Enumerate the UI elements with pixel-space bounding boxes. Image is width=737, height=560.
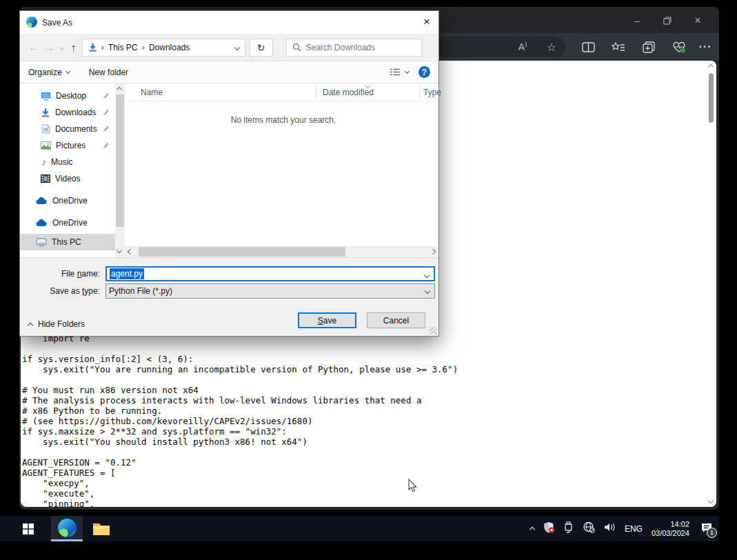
edge-logo-icon xyxy=(58,519,77,537)
save-type-label: Save as type: xyxy=(20,286,100,296)
sidebar-item-onedrive[interactable]: OneDrive xyxy=(20,192,115,209)
scroll-down-icon[interactable] xyxy=(708,498,714,503)
clock-date: 03/03/2024 xyxy=(652,529,689,538)
sidebar-item-this-pc[interactable]: This PC xyxy=(20,234,115,250)
scroll-right-icon[interactable] xyxy=(430,249,436,254)
taskbar: ENG 14:02 03/03/2024 1 xyxy=(0,516,719,541)
hide-folders-button[interactable]: Hide Folders xyxy=(28,319,85,329)
favorites-bar-button[interactable] xyxy=(609,39,628,55)
save-as-dialog: Save As × ← → ↑ › This PC › Downloads ↻ xyxy=(19,10,439,337)
minimize-button[interactable]: – xyxy=(625,12,649,29)
onedrive-icon xyxy=(36,197,48,205)
sidebar-item-videos[interactable]: Videos xyxy=(20,170,115,187)
sidebar-item-pictures[interactable]: Pictures xyxy=(20,137,115,154)
save-type-select[interactable]: Python File (*.py) xyxy=(105,283,435,299)
search-box[interactable] xyxy=(286,39,422,57)
restore-icon xyxy=(663,17,672,25)
sidebar-item-onedrive-2[interactable]: OneDrive xyxy=(20,214,115,231)
scroll-left-icon[interactable] xyxy=(128,249,133,254)
start-button[interactable] xyxy=(12,516,44,541)
pin-icon xyxy=(102,92,110,99)
new-folder-button[interactable]: New folder xyxy=(89,68,128,77)
views-dropdown-icon[interactable] xyxy=(405,69,410,74)
resize-grip[interactable] xyxy=(430,327,436,334)
breadcrumb-item-this-pc[interactable]: This PC xyxy=(108,43,138,52)
taskbar-edge-button[interactable] xyxy=(51,516,83,541)
downloads-icon xyxy=(41,108,50,117)
breadcrumb-item-downloads[interactable]: Downloads xyxy=(149,43,190,52)
file-name-dropdown-icon[interactable] xyxy=(424,272,430,278)
file-name-input[interactable]: agent.py xyxy=(105,266,435,281)
help-button[interactable]: ? xyxy=(418,66,430,78)
horizontal-scrollbar[interactable] xyxy=(125,246,438,257)
details-view-icon[interactable] xyxy=(390,68,401,77)
browser-essentials-icon xyxy=(672,41,686,53)
code-text: import re if sys.version_info[:2] < (3, … xyxy=(22,333,458,507)
refresh-button[interactable]: ↻ xyxy=(250,39,273,57)
collections-button[interactable] xyxy=(639,39,658,55)
volume-tray-icon[interactable] xyxy=(604,522,616,535)
search-icon xyxy=(292,43,301,52)
address-dropdown-icon[interactable] xyxy=(234,44,239,50)
sidebar-scrollbar[interactable] xyxy=(115,83,125,257)
recent-locations-icon[interactable] xyxy=(59,44,65,50)
up-button[interactable]: ↑ xyxy=(71,41,77,53)
search-input[interactable] xyxy=(306,43,403,52)
clock[interactable]: 14:02 03/03/2024 xyxy=(652,520,689,538)
music-icon: ♪ xyxy=(41,158,46,166)
forward-button[interactable]: → xyxy=(44,41,54,53)
sidebar-item-downloads[interactable]: Downloads xyxy=(20,104,115,121)
videos-icon xyxy=(41,174,50,183)
scroll-down-icon[interactable] xyxy=(117,248,122,253)
pin-icon xyxy=(102,125,110,132)
restore-button[interactable] xyxy=(656,12,679,29)
favorite-star-button[interactable]: ☆ xyxy=(542,39,561,55)
scroll-up-icon[interactable] xyxy=(708,64,714,70)
split-screen-button[interactable] xyxy=(578,39,598,55)
organize-button[interactable]: Organize xyxy=(28,68,62,77)
read-aloud-button[interactable]: A) xyxy=(513,39,532,55)
scrollbar-thumb[interactable] xyxy=(139,247,345,257)
tray-expand-icon[interactable] xyxy=(529,527,535,532)
file-explorer-icon xyxy=(92,522,110,536)
notifications-button[interactable]: 1 xyxy=(701,523,712,535)
close-button[interactable]: × xyxy=(686,12,709,29)
scroll-up-icon[interactable] xyxy=(117,87,122,92)
back-button[interactable]: ← xyxy=(28,41,39,53)
file-name-value: agent.py xyxy=(110,268,144,279)
dialog-navigation-bar: ← → ↑ › This PC › Downloads ↻ xyxy=(20,34,438,61)
file-name-label: File name: xyxy=(20,269,100,279)
this-pc-icon xyxy=(36,238,47,247)
save-type-dropdown-icon[interactable] xyxy=(425,288,430,294)
refresh-icon: ↻ xyxy=(257,42,265,53)
edge-logo-icon xyxy=(26,17,37,28)
sidebar-item-documents[interactable]: Documents xyxy=(20,121,115,137)
usb-tray-icon[interactable] xyxy=(563,521,574,536)
language-indicator[interactable]: ENG xyxy=(625,524,643,534)
split-screen-icon xyxy=(582,42,595,52)
documents-icon xyxy=(41,124,50,134)
taskbar-file-explorer-button[interactable] xyxy=(85,516,117,541)
browser-menu-button[interactable]: ··· xyxy=(696,39,715,55)
scrollbar-thumb[interactable] xyxy=(709,73,714,123)
sidebar-item-desktop[interactable]: Desktop xyxy=(20,88,115,104)
column-name[interactable]: Name xyxy=(141,88,163,97)
pin-icon xyxy=(102,108,110,116)
scrollbar-thumb[interactable] xyxy=(116,94,124,227)
column-date-modified[interactable]: Date modified xyxy=(323,88,374,97)
browser-scrollbar[interactable] xyxy=(706,61,716,507)
organize-dropdown-icon xyxy=(65,69,70,74)
ellipsis-icon: ··· xyxy=(699,41,712,53)
cancel-button[interactable]: Cancel xyxy=(367,312,425,328)
dialog-close-button[interactable]: × xyxy=(423,15,430,29)
read-aloud-icon: A xyxy=(518,41,525,52)
sidebar-item-music[interactable]: ♪ Music xyxy=(20,154,115,170)
downloads-icon xyxy=(88,43,97,52)
browser-essentials-button[interactable] xyxy=(669,39,689,55)
system-tray: ENG 14:02 03/03/2024 1 xyxy=(530,516,712,541)
network-tray-icon[interactable] xyxy=(583,521,595,536)
breadcrumb[interactable]: › This PC › Downloads xyxy=(82,39,245,57)
save-button[interactable]: Save xyxy=(298,312,356,328)
column-type[interactable]: Type xyxy=(423,88,441,97)
defender-tray-icon[interactable] xyxy=(543,521,554,536)
